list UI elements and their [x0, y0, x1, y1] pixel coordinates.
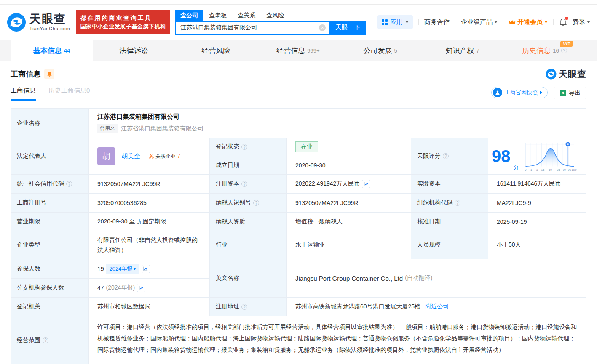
tab-label: 法律诉讼: [120, 46, 148, 56]
notification-bell[interactable]: [559, 18, 567, 27]
field-label-company-type: 企业类型: [11, 231, 89, 259]
tab-label: 经营风险: [202, 46, 230, 56]
username: 费米: [573, 18, 585, 26]
field-value-reg-status: 在业: [287, 138, 411, 156]
subtab-business-info[interactable]: 工商信息: [11, 87, 36, 101]
nav-business-coop[interactable]: 商务合作: [424, 18, 450, 26]
field-label-taxpayer-id: 纳税人识别号: [210, 194, 287, 213]
field-value-english-name: Jiangsu Port Group Container Co., Ltd (自…: [287, 259, 586, 298]
search-tab-risk[interactable]: 查风险: [261, 10, 289, 21]
banner-line2: 国家中小企业发展子基金旗下机构: [80, 22, 166, 31]
chevron-down-icon: [494, 21, 498, 23]
enterprise-label: 企业级产品: [461, 18, 493, 26]
nav-user[interactable]: 费米: [573, 18, 590, 26]
field-value-legal-rep: 胡 胡美全 关联企业 7: [89, 138, 210, 175]
subscribe-bell-button[interactable]: [44, 69, 54, 79]
trend-chart-icon[interactable]: [137, 284, 145, 292]
tab-operation-risk[interactable]: 经营风险: [175, 40, 257, 61]
field-label-org-code: 组织机构代码: [411, 194, 488, 213]
nav-enterprise-products[interactable]: 企业级产品: [461, 18, 498, 26]
search-button[interactable]: 天眼一下: [330, 21, 366, 35]
svg-text:0: 0: [525, 168, 526, 172]
tab-intellectual-property[interactable]: 知识产权 7: [421, 40, 503, 61]
field-label-company-name: 企业名称: [11, 109, 89, 138]
auto-translate-note: (自动翻译): [405, 274, 432, 282]
svg-text:3: 3: [536, 168, 538, 172]
tab-legal-litigation[interactable]: 法律诉讼: [93, 40, 175, 61]
page-title: 工商信息: [11, 69, 41, 79]
field-value-branch-insured: 47 (2024年报): [89, 279, 210, 298]
tab-label: 历史信息: [522, 46, 551, 56]
field-value-company-name: 江苏港口集装箱集团有限公司 曾用名 江苏省港口集团集装箱有限公司: [89, 109, 586, 138]
help-icon[interactable]: [241, 181, 247, 187]
help-icon[interactable]: [241, 304, 247, 310]
field-value-reg-capital: 202022.491942万人民币: [287, 175, 411, 194]
svg-text:100: 100: [571, 168, 576, 172]
trend-chart-icon[interactable]: [362, 180, 370, 188]
tab-company-development[interactable]: 公司发展 5: [339, 40, 421, 61]
search-tab-relation[interactable]: 查关系: [232, 10, 261, 21]
help-icon[interactable]: [241, 144, 247, 150]
field-label-authority: 登记机关: [11, 298, 89, 316]
nav-open-vip[interactable]: 开通会员: [509, 18, 548, 26]
subtab-history-business-info[interactable]: 历史工商信息0: [48, 87, 90, 99]
field-label-address: 注册地址: [210, 298, 287, 316]
trend-chart-icon[interactable]: [142, 265, 150, 273]
annual-report-badge[interactable]: 2024年报: [106, 264, 139, 274]
clear-search-icon[interactable]: [319, 24, 326, 31]
field-label-taxpayer-quality: 纳税人资质: [210, 213, 287, 231]
nearby-companies-link[interactable]: 附近公司: [425, 303, 449, 311]
field-label-reg-status: 登记状态: [210, 138, 287, 156]
help-icon[interactable]: [455, 200, 460, 206]
tab-count: 999+: [307, 48, 319, 54]
search-tab-company[interactable]: 查公司: [175, 10, 203, 21]
field-value-paid-capital: 161411.914646万人民币: [488, 175, 586, 194]
export-button[interactable]: 导出: [554, 87, 586, 99]
tab-label: 经营信息: [276, 46, 305, 56]
help-icon[interactable]: [561, 48, 567, 53]
tab-label: 公司发展: [363, 46, 392, 56]
help-icon[interactable]: [43, 337, 48, 343]
field-value-taxpayer-quality: 增值税一般纳税人: [287, 213, 411, 231]
help-icon[interactable]: [443, 153, 449, 159]
status-badge[interactable]: 在业: [295, 141, 318, 152]
tab-operation-info[interactable]: 经营信息 999+: [257, 40, 339, 61]
field-value-address: 苏州市高铁新城青龙港路60号港口发展大厦25楼 附近公司: [287, 298, 586, 316]
apps-menu[interactable]: 应用: [377, 15, 413, 29]
field-label-scope: 经营范围: [11, 316, 89, 364]
apps-label: 应用: [390, 18, 403, 26]
help-icon[interactable]: [66, 181, 72, 187]
company-tabbar: 基本信息 44 法律诉讼 经营风险 经营信息 999+ 公司发展 5 知识产权 …: [0, 40, 597, 61]
nav-divider: [418, 19, 419, 25]
chevron-right-icon: [540, 91, 542, 94]
search-tab-boss[interactable]: 查老板: [203, 10, 232, 21]
logo-domain: TianYanCha.com: [29, 26, 70, 31]
former-name-tag: 曾用名: [97, 124, 118, 133]
chevron-right-icon: [134, 267, 136, 270]
field-value-est-date: 2020-09-30: [287, 156, 411, 175]
tab-basic-info[interactable]: 基本信息 44: [11, 40, 93, 61]
search-input[interactable]: [175, 21, 330, 35]
official-snapshot-button[interactable]: 工商官网快照: [491, 87, 548, 98]
related-companies-count: 7: [177, 153, 180, 159]
related-companies-badge[interactable]: 关联企业 7: [145, 151, 184, 162]
legal-rep-avatar[interactable]: 胡: [97, 147, 115, 165]
svg-text:15: 15: [541, 168, 544, 172]
field-label-paid-capital: 实缴资本: [411, 175, 488, 194]
tab-count: 44: [64, 48, 70, 54]
excel-icon: [560, 90, 566, 96]
chevron-down-icon: [587, 21, 590, 23]
nav-divider: [503, 19, 503, 25]
watermark-text: 天眼查: [559, 68, 586, 80]
field-label-industry: 行业: [210, 231, 287, 259]
header-nav: 应用 商务合作 企业级产品 开通会员 费米: [377, 15, 590, 29]
legal-rep-link[interactable]: 胡美全: [121, 152, 140, 160]
tab-label: 基本信息: [33, 46, 62, 56]
help-icon[interactable]: [253, 200, 259, 206]
business-scope-text: 许可项目：港口经营（依法须经批准的项目，经相关部门批准后方可开展经营活动，具体经…: [97, 321, 578, 356]
former-name: 江苏省港口集团集装箱有限公司: [121, 125, 203, 133]
stamp-icon: [493, 88, 502, 97]
tianyancha-logo[interactable]: 天眼查 TianYanCha.com: [7, 13, 70, 32]
field-value-approval-date: 2025-09-19: [488, 213, 586, 231]
tab-history-info[interactable]: VIP 历史信息 16: [503, 40, 586, 61]
